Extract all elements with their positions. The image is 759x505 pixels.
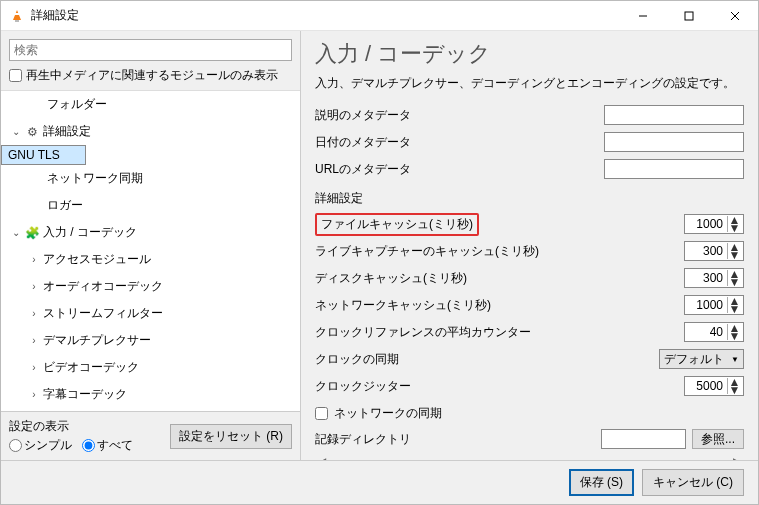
- browse-button[interactable]: 参照...: [692, 429, 744, 449]
- file-cache-label: ファイルキャッシュ(ミリ秒): [315, 213, 479, 236]
- svg-rect-2: [14, 13, 20, 15]
- window-title: 詳細設定: [31, 7, 620, 24]
- tree-item-input-codec[interactable]: ⌄🧩入力 / コーデック: [1, 219, 300, 246]
- tree-item-sub-codec[interactable]: ›字幕コーデック: [1, 381, 300, 408]
- chevron-right-icon: ›: [27, 362, 41, 373]
- footer: 保存 (S) キャンセル (C): [1, 460, 758, 504]
- svg-rect-4: [685, 12, 693, 20]
- net-sync-label: ネットワークの同期: [334, 405, 442, 422]
- scroll-left-icon[interactable]: ◀: [317, 455, 326, 460]
- chevron-down-icon: ⌄: [9, 227, 23, 238]
- form-area: 説明のメタデータ 日付のメタデータ URLのメタデータ 詳細設定 ファイルキャッ…: [315, 102, 744, 460]
- file-cache-spin[interactable]: ▲▼: [684, 214, 744, 234]
- puzzle-icon: 🧩: [23, 226, 41, 240]
- tree-item-video-codec[interactable]: ›ビデオコーデック: [1, 354, 300, 381]
- chevron-right-icon: ›: [27, 254, 41, 265]
- tree-item-demux[interactable]: ›デマルチプレクサー: [1, 327, 300, 354]
- live-cache-spin[interactable]: ▲▼: [684, 241, 744, 261]
- page-title: 入力 / コーデック: [315, 39, 744, 69]
- net-cache-label: ネットワークキャッシュ(ミリ秒): [315, 297, 684, 314]
- app-icon: [9, 8, 25, 24]
- advanced-section-label: 詳細設定: [315, 190, 744, 207]
- disk-cache-spin[interactable]: ▲▼: [684, 268, 744, 288]
- clock-sync-select[interactable]: デフォルト▼: [659, 349, 744, 369]
- live-cache-label: ライブキャプチャーのキャッシュ(ミリ秒): [315, 243, 684, 260]
- close-button[interactable]: [712, 1, 758, 31]
- tree-item-audio-codec[interactable]: ›オーディオコーデック: [1, 273, 300, 300]
- window: 詳細設定 再生中メディアに関連するモジュールのみ表示 フォルダー ⌄⚙詳細設定 …: [0, 0, 759, 505]
- chevron-down-icon: ▼: [731, 355, 739, 364]
- svg-rect-1: [15, 20, 19, 22]
- tree-item-netsync[interactable]: ネットワーク同期: [1, 165, 300, 192]
- gear-icon: ⚙: [23, 125, 41, 139]
- clock-ref-spin[interactable]: ▲▼: [684, 322, 744, 342]
- chevron-right-icon: ›: [27, 308, 41, 319]
- maximize-button[interactable]: [666, 1, 712, 31]
- only-related-check[interactable]: [9, 69, 22, 82]
- minimize-button[interactable]: [620, 1, 666, 31]
- horizontal-scrollbar[interactable]: ◀▶: [315, 454, 744, 460]
- net-sync-checkbox[interactable]: [315, 407, 328, 420]
- page-subtitle: 入力、デマルチプレクサー、デコーディングとエンコーディングの設定です。: [315, 75, 744, 92]
- reset-button[interactable]: 設定をリセット (R): [170, 424, 292, 449]
- record-dir-input[interactable]: [601, 429, 686, 449]
- meta-url-label: URLのメタデータ: [315, 161, 604, 178]
- tree-item-folder[interactable]: フォルダー: [1, 91, 300, 118]
- meta-date-label: 日付のメタデータ: [315, 134, 604, 151]
- display-mode-group: 設定の表示 シンプル すべて 設定をリセット (R): [1, 411, 300, 460]
- save-button[interactable]: 保存 (S): [569, 469, 634, 496]
- chevron-down-icon: ⌄: [9, 126, 23, 137]
- tree-item-logger[interactable]: ロガー: [1, 192, 300, 219]
- tree-item-stream-filter[interactable]: ›ストリームフィルター: [1, 300, 300, 327]
- clock-jitter-label: クロックジッター: [315, 378, 684, 395]
- clock-ref-label: クロックリファレンスの平均カウンター: [315, 324, 684, 341]
- display-group-label: 設定の表示: [9, 418, 133, 435]
- tree[interactable]: フォルダー ⌄⚙詳細設定 GNU TLS ネットワーク同期 ロガー ⌄🧩入力 /…: [1, 90, 300, 411]
- titlebar: 詳細設定: [1, 1, 758, 31]
- tree-item-gnutls[interactable]: GNU TLS: [1, 145, 86, 165]
- net-cache-spin[interactable]: ▲▼: [684, 295, 744, 315]
- chevron-right-icon: ›: [27, 389, 41, 400]
- cancel-button[interactable]: キャンセル (C): [642, 469, 744, 496]
- chevron-right-icon: ›: [27, 335, 41, 346]
- search-input[interactable]: [9, 39, 292, 61]
- disk-cache-label: ディスクキャッシュ(ミリ秒): [315, 270, 684, 287]
- body: 再生中メディアに関連するモジュールのみ表示 フォルダー ⌄⚙詳細設定 GNU T…: [1, 31, 758, 460]
- radio-all[interactable]: すべて: [82, 437, 133, 454]
- clock-sync-label: クロックの同期: [315, 351, 659, 368]
- meta-url-input[interactable]: [604, 159, 744, 179]
- search-wrap: [9, 39, 292, 61]
- tree-item-advanced[interactable]: ⌄⚙詳細設定: [1, 118, 300, 145]
- right-panel: 入力 / コーデック 入力、デマルチプレクサー、デコーディングとエンコーディング…: [301, 31, 758, 460]
- chevron-right-icon: ›: [27, 281, 41, 292]
- tree-item-access[interactable]: ›アクセスモジュール: [1, 246, 300, 273]
- record-dir-label: 記録ディレクトリ: [315, 431, 601, 448]
- left-panel: 再生中メディアに関連するモジュールのみ表示 フォルダー ⌄⚙詳細設定 GNU T…: [1, 31, 301, 460]
- only-related-checkbox[interactable]: 再生中メディアに関連するモジュールのみ表示: [9, 67, 292, 84]
- meta-desc-input[interactable]: [604, 105, 744, 125]
- only-related-label: 再生中メディアに関連するモジュールのみ表示: [26, 67, 278, 84]
- clock-jitter-spin[interactable]: ▲▼: [684, 376, 744, 396]
- net-sync-row[interactable]: ネットワークの同期: [315, 400, 744, 426]
- meta-desc-label: 説明のメタデータ: [315, 107, 604, 124]
- radio-simple[interactable]: シンプル: [9, 437, 72, 454]
- scroll-right-icon[interactable]: ▶: [733, 455, 742, 460]
- meta-date-input[interactable]: [604, 132, 744, 152]
